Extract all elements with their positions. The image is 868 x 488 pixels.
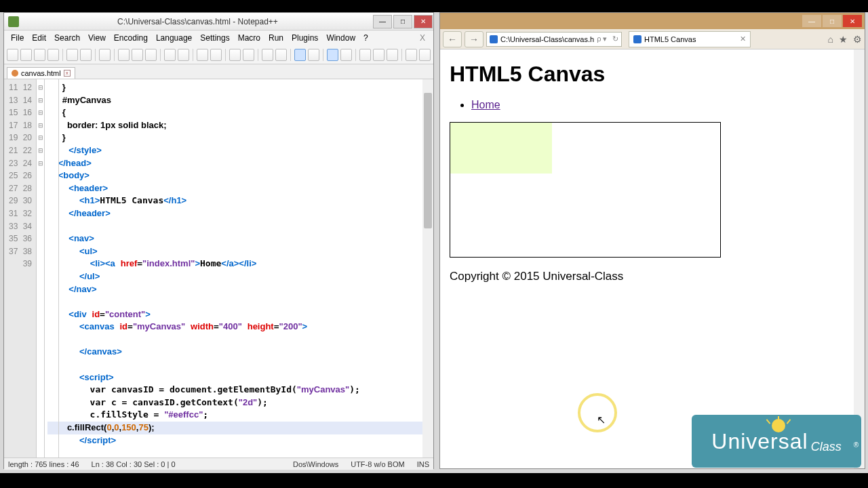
- tab-title: HTML5 Canvas: [644, 35, 696, 43]
- status-length: length : 765 lines : 46: [8, 460, 79, 468]
- menu-settings[interactable]: Settings: [196, 32, 233, 44]
- address-bar[interactable]: C:\Universal-Class\canvas.h ρ ▾ ↻: [486, 32, 622, 47]
- logo-sub: Class: [811, 440, 842, 454]
- ie-page-icon: [490, 35, 498, 43]
- modified-indicator-icon: [12, 70, 18, 77]
- tab-close-icon[interactable]: x: [64, 70, 71, 77]
- tab-label: canvas.html: [21, 69, 61, 77]
- undo-icon[interactable]: [164, 49, 176, 61]
- find-icon[interactable]: [197, 49, 208, 61]
- folder-icon[interactable]: [387, 49, 398, 61]
- save-all-icon[interactable]: [47, 49, 59, 61]
- address-text: C:\Universal-Class\canvas.h: [500, 35, 594, 43]
- back-button[interactable]: ←: [443, 31, 462, 47]
- print-icon[interactable]: [99, 49, 111, 61]
- minimize-button[interactable]: —: [373, 15, 392, 28]
- tab-close-icon[interactable]: ✕: [740, 35, 746, 43]
- npp-tabbar: canvas.html x: [4, 64, 433, 79]
- status-position: Ln : 38 Col : 30 Sel : 0 | 0: [92, 460, 176, 468]
- menu-macro[interactable]: Macro: [234, 32, 264, 44]
- close-file-icon[interactable]: [66, 49, 78, 61]
- menu-plugins[interactable]: Plugins: [288, 32, 322, 44]
- page-heading: HTML5 Canvas: [450, 62, 855, 87]
- udl-icon[interactable]: [340, 49, 352, 61]
- close-all-icon[interactable]: [80, 49, 92, 61]
- menu-file[interactable]: File: [7, 32, 28, 44]
- npp-menubar: File Edit Search View Encoding Language …: [4, 30, 433, 45]
- code-area[interactable]: } #myCanvas { border: 1px solid black; }…: [45, 79, 433, 458]
- cursor-pointer-icon: ↖: [597, 413, 606, 426]
- npp-titlebar[interactable]: C:\Universal-Class\canvas.html - Notepad…: [4, 13, 433, 30]
- menubar-close-icon[interactable]: X: [416, 32, 429, 44]
- menu-view[interactable]: View: [84, 32, 110, 44]
- file-tab[interactable]: canvas.html x: [7, 67, 75, 79]
- record-icon[interactable]: [406, 49, 417, 61]
- fold-gutter[interactable]: ⊟ ⊟ ⊟ ⊟ ⊟ ⊟ ⊟: [37, 79, 45, 458]
- redo-icon[interactable]: [178, 49, 189, 61]
- registered-mark: ®: [854, 441, 859, 449]
- status-eol: Dos\Windows: [293, 460, 338, 468]
- maximize-button[interactable]: □: [393, 15, 412, 28]
- status-encoding: UTF-8 w/o BOM: [351, 460, 404, 468]
- home-icon[interactable]: ⌂: [828, 34, 833, 45]
- new-file-icon[interactable]: [7, 49, 18, 61]
- copy-icon[interactable]: [132, 49, 143, 61]
- universal-class-logo: Universal Class ®: [692, 415, 861, 468]
- tools-icon[interactable]: ⚙: [853, 34, 862, 45]
- menu-help[interactable]: ?: [359, 32, 372, 44]
- canvas-filled-rect: [450, 123, 552, 174]
- canvas-element: [450, 122, 721, 258]
- status-mode: INS: [417, 460, 429, 468]
- close-button[interactable]: ✕: [414, 15, 433, 28]
- menu-window[interactable]: Window: [322, 32, 359, 44]
- menu-language[interactable]: Language: [152, 32, 196, 44]
- indent-guide-icon[interactable]: [327, 49, 338, 61]
- npp-toolbar: [4, 45, 433, 64]
- ie-page-content: HTML5 Canvas Home Copyright © 2015 Unive…: [440, 49, 865, 296]
- ie-scrollbar[interactable]: [854, 49, 865, 468]
- ie-maximize-button[interactable]: □: [823, 15, 842, 27]
- func-list-icon[interactable]: [373, 49, 384, 61]
- npp-app-icon: [8, 16, 19, 27]
- line-gutter: 11 12 13 14 15 16 17 18 19 20 21 22 23 2…: [4, 79, 37, 458]
- all-chars-icon[interactable]: [308, 49, 319, 61]
- favorites-icon[interactable]: ★: [839, 34, 848, 45]
- browser-tab[interactable]: HTML5 Canvas ✕: [629, 31, 751, 47]
- save-icon[interactable]: [34, 49, 45, 61]
- zoom-in-icon[interactable]: [229, 49, 241, 61]
- copyright-text: Copyright © 2015 Universal-Class: [450, 270, 855, 283]
- search-dropdown-icon[interactable]: ρ ▾: [597, 35, 607, 43]
- sync-v-icon[interactable]: [262, 49, 273, 61]
- tab-favicon-icon: [633, 35, 642, 43]
- ie-navbar: ← → C:\Universal-Class\canvas.h ρ ▾ ↻ HT…: [440, 29, 865, 49]
- doc-map-icon[interactable]: [359, 49, 371, 61]
- reload-icon[interactable]: ↻: [612, 35, 618, 43]
- menu-encoding[interactable]: Encoding: [110, 32, 152, 44]
- sync-h-icon[interactable]: [275, 49, 287, 61]
- npp-title: C:\Universal-Class\canvas.html - Notepad…: [23, 17, 372, 26]
- forward-button[interactable]: →: [465, 31, 484, 47]
- scrollbar-thumb[interactable]: [424, 93, 432, 228]
- cut-icon[interactable]: [118, 49, 130, 61]
- ie-close-button[interactable]: ✕: [843, 15, 862, 27]
- logo-main: Universal: [711, 429, 808, 454]
- paste-icon[interactable]: [145, 49, 157, 61]
- ie-window: — □ ✕ ← → C:\Universal-Class\canvas.h ρ …: [439, 12, 865, 469]
- replace-icon[interactable]: [210, 49, 222, 61]
- editor-scrollbar[interactable]: [422, 79, 433, 458]
- ie-titlebar[interactable]: — □ ✕: [440, 13, 865, 29]
- open-file-icon[interactable]: [20, 49, 32, 61]
- npp-editor[interactable]: 11 12 13 14 15 16 17 18 19 20 21 22 23 2…: [4, 79, 433, 458]
- menu-run[interactable]: Run: [264, 32, 288, 44]
- cursor-highlight-icon: [578, 393, 617, 432]
- home-link[interactable]: Home: [471, 99, 500, 110]
- menu-search[interactable]: Search: [50, 32, 84, 44]
- menu-edit[interactable]: Edit: [28, 32, 50, 44]
- notepadpp-window: C:\Universal-Class\canvas.html - Notepad…: [3, 12, 434, 469]
- wordwrap-icon[interactable]: [294, 49, 306, 61]
- ie-minimize-button[interactable]: —: [802, 15, 821, 27]
- npp-statusbar: length : 765 lines : 46 Ln : 38 Col : 30…: [4, 458, 433, 470]
- play-icon[interactable]: [419, 49, 431, 61]
- zoom-out-icon[interactable]: [243, 49, 254, 61]
